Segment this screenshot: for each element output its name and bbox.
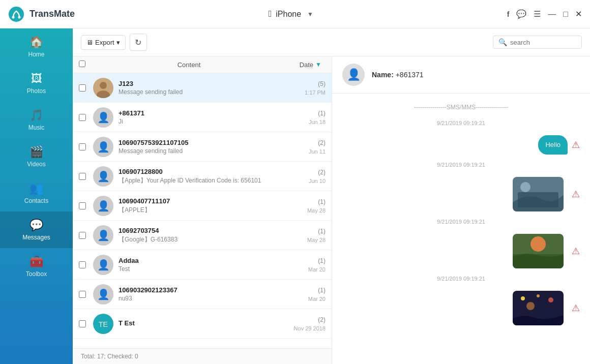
sms-timestamp-1: 9/21/2019 09:19:21 bbox=[342, 120, 580, 126]
search-box: 🔍 bbox=[493, 36, 582, 49]
close-button[interactable]: ✕ bbox=[575, 9, 582, 19]
device-selector[interactable]:  iPhone ▼ bbox=[269, 9, 313, 19]
message-body: 106907128800 【Apple】Your Apple ID Verifi… bbox=[119, 168, 290, 185]
table-row[interactable]: 👤 Addaa Test (1) Mar 20 bbox=[73, 250, 332, 280]
row-checkbox[interactable] bbox=[79, 261, 86, 268]
export-button[interactable]: 🖥 Export ▾ bbox=[81, 35, 126, 50]
search-input[interactable] bbox=[510, 39, 576, 46]
list-footer: Total: 17; Checked: 0 bbox=[73, 348, 332, 364]
svg-point-10 bbox=[520, 182, 530, 192]
row-checkbox[interactable] bbox=[79, 173, 86, 180]
message-date: Mar 20 bbox=[308, 266, 326, 272]
table-row[interactable]: 👤 106907128800 【Apple】Your Apple ID Veri… bbox=[73, 162, 332, 191]
message-meta: (1) Mar 20 bbox=[290, 287, 326, 302]
sidebar-item-contacts[interactable]: 👥 Contacts bbox=[0, 175, 73, 211]
message-date: Jun 11 bbox=[309, 148, 326, 155]
toolbar: 🖥 Export ▾ ↻ 🔍 bbox=[73, 28, 590, 56]
detail-messages[interactable]: ----------------SMS/MMS---------------- … bbox=[332, 94, 590, 364]
photos-icon: 🖼 bbox=[31, 72, 42, 85]
contact-name: +861371 bbox=[119, 109, 290, 117]
app-name: TransMate bbox=[29, 9, 75, 19]
table-row[interactable]: J123 Message sending failed (5) 1:17 PM bbox=[73, 73, 332, 103]
row-checkbox[interactable] bbox=[79, 202, 86, 209]
table-row[interactable]: 👤 10690407711107 【APPLE】 (1) May 28 bbox=[73, 191, 332, 221]
message-body: 1069032902123367 nu93 bbox=[119, 286, 290, 302]
apple-icon:  bbox=[269, 9, 272, 19]
row-checkbox[interactable] bbox=[79, 143, 86, 150]
table-row[interactable]: TE T Est (2) Nov 29 2018 bbox=[73, 309, 332, 339]
sidebar-label-toolbox: Toolbox bbox=[26, 270, 47, 278]
select-all-checkbox[interactable] bbox=[79, 60, 85, 67]
message-count: (1) bbox=[318, 257, 326, 264]
message-meta: (1) Jun 18 bbox=[290, 110, 326, 125]
sort-arrow-icon: ▼ bbox=[315, 61, 321, 68]
home-icon: 🏠 bbox=[29, 36, 43, 49]
table-row[interactable]: 👤 10692703754 【Google】G-616383 (1) May 2… bbox=[73, 221, 332, 250]
maximize-button[interactable]: □ bbox=[563, 10, 568, 19]
avatar bbox=[93, 78, 113, 98]
footer-total: Total: 17; Checked: 0 bbox=[81, 353, 138, 360]
detail-panel: 👤 Name: +861371 ----------------SMS/MMS-… bbox=[332, 56, 590, 364]
message-preview: 【Google】G-616383 bbox=[119, 235, 290, 244]
toolbox-icon: 🧰 bbox=[29, 255, 43, 268]
sidebar-item-videos[interactable]: 🎬 Videos bbox=[0, 138, 73, 175]
messages-scroll[interactable]: J123 Message sending failed (5) 1:17 PM … bbox=[73, 73, 332, 348]
detail-person-icon: 👤 bbox=[347, 68, 361, 81]
avatar: 👤 bbox=[93, 284, 113, 305]
row-checkbox[interactable] bbox=[79, 84, 86, 92]
sidebar-item-messages[interactable]: 💬 Messages bbox=[0, 211, 73, 248]
person-icon: 👤 bbox=[97, 111, 110, 124]
menu-icon[interactable]: ☰ bbox=[534, 9, 541, 19]
export-label: Export bbox=[95, 39, 114, 46]
avatar: 👤 bbox=[93, 107, 113, 128]
minimize-button[interactable]: — bbox=[548, 10, 556, 19]
message-body: Addaa Test bbox=[119, 257, 290, 272]
message-image bbox=[513, 234, 564, 268]
contact-name: 106907128800 bbox=[119, 168, 290, 175]
table-row[interactable]: 👤 1069075753921107105 Message sending fa… bbox=[73, 132, 332, 162]
title-bar: TransMate  iPhone ▼ f 💬 ☰ — □ ✕ bbox=[0, 0, 590, 28]
sidebar-item-home[interactable]: 🏠 Home bbox=[0, 28, 73, 65]
detail-avatar: 👤 bbox=[342, 64, 365, 86]
person-icon: 👤 bbox=[97, 259, 110, 271]
facebook-icon[interactable]: f bbox=[507, 10, 510, 18]
row-checkbox[interactable] bbox=[79, 291, 86, 298]
sidebar: 🏠 Home 🖼 Photos 🎵 Music 🎬 Videos 👥 Conta… bbox=[0, 28, 73, 364]
person-icon: 👤 bbox=[97, 229, 110, 241]
sidebar-label-photos: Photos bbox=[27, 87, 46, 95]
device-name: iPhone bbox=[276, 10, 301, 19]
dropdown-arrow-icon: ▾ bbox=[116, 39, 120, 46]
sent-bubble: Hello bbox=[538, 135, 568, 155]
table-row[interactable]: 👤 +861371 Ji (1) Jun 18 bbox=[73, 103, 332, 132]
sidebar-label-contacts: Contacts bbox=[24, 197, 48, 204]
message-date: 1:17 PM bbox=[305, 89, 326, 96]
person-icon: 👤 bbox=[97, 288, 110, 300]
messages-list: Content Date ▼ bbox=[73, 56, 332, 364]
search-icon: 🔍 bbox=[498, 38, 507, 46]
contact-name: 1069032902123367 bbox=[119, 286, 290, 294]
avatar: 👤 bbox=[93, 225, 113, 246]
svg-point-15 bbox=[521, 296, 525, 300]
row-checkbox[interactable] bbox=[79, 232, 86, 239]
logo-icon bbox=[8, 6, 24, 22]
warning-icon: ⚠ bbox=[572, 302, 580, 314]
sms-timestamp-4: 9/21/2019 09:19:21 bbox=[342, 276, 580, 282]
sidebar-item-photos[interactable]: 🖼 Photos bbox=[0, 65, 73, 102]
message-preview: Ji bbox=[119, 118, 290, 125]
sidebar-item-music[interactable]: 🎵 Music bbox=[0, 102, 73, 138]
refresh-button[interactable]: ↻ bbox=[130, 34, 147, 51]
row-checkbox[interactable] bbox=[79, 114, 86, 121]
svg-point-18 bbox=[526, 302, 535, 310]
detail-contact-name: +861371 bbox=[396, 71, 424, 79]
message-preview: Test bbox=[119, 265, 290, 272]
message-date: Mar 20 bbox=[308, 296, 326, 302]
detail-name-label: Name: bbox=[372, 71, 396, 79]
message-count: (1) bbox=[318, 287, 326, 294]
row-checkbox[interactable] bbox=[79, 320, 86, 327]
message-icon[interactable]: 💬 bbox=[516, 9, 526, 19]
contact-name: J123 bbox=[119, 80, 290, 87]
monitor-icon: 🖥 bbox=[86, 39, 93, 46]
table-row[interactable]: 👤 1069032902123367 nu93 (1) Mar 20 bbox=[73, 280, 332, 309]
message-meta: (2) Jun 10 bbox=[290, 169, 326, 184]
sidebar-item-toolbox[interactable]: 🧰 Toolbox bbox=[0, 248, 73, 285]
